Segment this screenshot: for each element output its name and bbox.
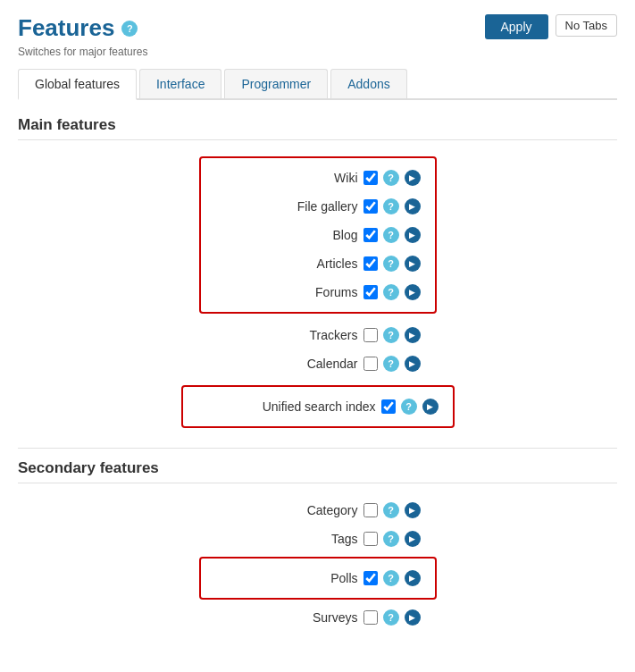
list-item: Forums ? ▶ (215, 278, 421, 307)
play-icon-file-gallery[interactable]: ▶ (405, 198, 421, 214)
feature-label-trackers: Trackers (215, 328, 358, 342)
play-icon-tags[interactable]: ▶ (405, 531, 421, 547)
play-icon-forums[interactable]: ▶ (405, 284, 421, 300)
tab-addons[interactable]: Addons (330, 69, 406, 98)
feature-label-category: Category (215, 503, 358, 517)
play-icon-unified-search[interactable]: ▶ (422, 399, 439, 415)
feature-label-unified-search: Unified search index (197, 399, 376, 414)
no-tabs-button[interactable]: No Tabs (556, 14, 617, 37)
list-item: Tags ? ▶ (215, 525, 421, 553)
feature-label-tags: Tags (215, 532, 358, 546)
help-icon-unified-search[interactable]: ? (401, 399, 417, 415)
tab-interface[interactable]: Interface (139, 69, 221, 98)
polls-box: Polls ? ▶ (199, 557, 437, 600)
list-item: Articles ? ▶ (215, 249, 421, 278)
feature-checkbox-unified-search[interactable] (381, 399, 396, 414)
feature-checkbox-surveys[interactable] (363, 610, 378, 625)
tab-programmer[interactable]: Programmer (224, 69, 328, 98)
list-item: Category ? ▶ (215, 496, 421, 525)
list-item: Surveys ? ▶ (215, 603, 421, 632)
help-icon-tags[interactable]: ? (383, 531, 399, 547)
play-icon-wiki[interactable]: ▶ (405, 170, 421, 186)
feature-checkbox-articles[interactable] (363, 256, 378, 271)
help-icon-calendar[interactable]: ? (383, 356, 399, 372)
help-icon-blog[interactable]: ? (383, 227, 399, 243)
list-item: Calendar ? ▶ (215, 349, 421, 378)
feature-label-calendar: Calendar (215, 357, 358, 371)
help-icon-polls[interactable]: ? (383, 570, 399, 586)
list-item: Blog ? ▶ (215, 221, 421, 249)
feature-checkbox-polls[interactable] (363, 571, 378, 585)
page-subtitle: Switches for major features (18, 46, 147, 58)
list-item: Trackers ? ▶ (215, 321, 421, 349)
help-icon-surveys[interactable]: ? (383, 609, 399, 626)
feature-label-polls: Polls (215, 571, 358, 585)
feature-label-articles: Articles (215, 256, 358, 271)
feature-checkbox-file-gallery[interactable] (363, 199, 378, 214)
list-item: Unified search index ? ▶ (197, 392, 439, 421)
feature-label-forums: Forums (215, 285, 358, 299)
help-icon-category[interactable]: ? (383, 502, 399, 518)
feature-checkbox-tags[interactable] (363, 532, 378, 546)
tab-global-features[interactable]: Global features (18, 69, 137, 100)
help-icon-trackers[interactable]: ? (383, 327, 399, 343)
list-item: Wiki ? ▶ (215, 164, 421, 192)
feature-label-wiki: Wiki (215, 171, 358, 185)
feature-checkbox-wiki[interactable] (363, 171, 378, 185)
main-features-box: Wiki ? ▶ File gallery ? ▶ Blog ? (199, 156, 437, 314)
list-item: File gallery ? ▶ (215, 192, 421, 221)
secondary-features-title: Secondary features (18, 459, 617, 483)
play-icon-calendar[interactable]: ▶ (405, 356, 421, 372)
page-title: Features ? (18, 14, 147, 42)
feature-label-blog: Blog (215, 228, 358, 242)
list-item: Polls ? ▶ (215, 564, 421, 592)
main-features-title: Main features (18, 116, 617, 140)
feature-checkbox-calendar[interactable] (363, 357, 378, 371)
feature-label-file-gallery: File gallery (215, 199, 358, 214)
play-icon-surveys[interactable]: ▶ (405, 609, 421, 626)
tabs-bar: Global features Interface Programmer Add… (18, 69, 617, 100)
help-icon[interactable]: ? (121, 21, 138, 37)
play-icon-category[interactable]: ▶ (405, 502, 421, 518)
feature-checkbox-forums[interactable] (363, 285, 378, 299)
help-icon-articles[interactable]: ? (383, 256, 399, 272)
help-icon-file-gallery[interactable]: ? (383, 198, 399, 214)
play-icon-polls[interactable]: ▶ (405, 570, 421, 586)
help-icon-forums[interactable]: ? (383, 284, 399, 300)
search-index-box: Unified search index ? ▶ (181, 385, 455, 428)
feature-checkbox-blog[interactable] (363, 228, 378, 242)
play-icon-trackers[interactable]: ▶ (405, 327, 421, 343)
play-icon-articles[interactable]: ▶ (405, 256, 421, 272)
feature-label-surveys: Surveys (215, 610, 358, 625)
feature-checkbox-trackers[interactable] (363, 328, 378, 342)
apply-button[interactable]: Apply (485, 14, 548, 39)
feature-checkbox-category[interactable] (363, 503, 378, 517)
play-icon-blog[interactable]: ▶ (405, 227, 421, 243)
help-icon-wiki[interactable]: ? (383, 170, 399, 186)
